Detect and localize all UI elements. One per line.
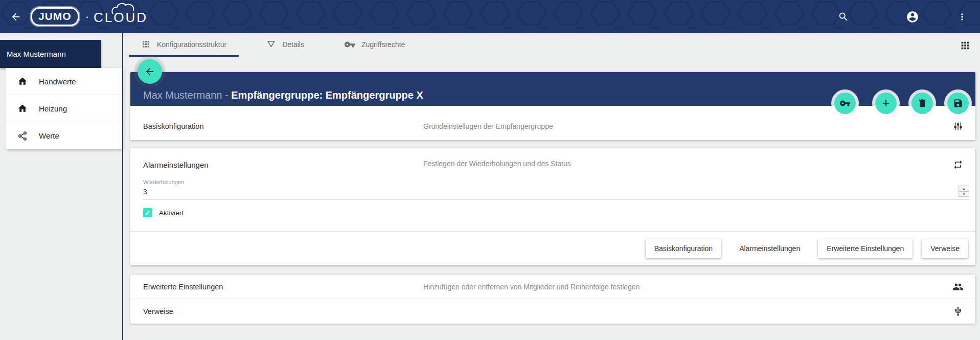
tab-label: Details bbox=[282, 40, 304, 49]
row-title: Erweiterte Einstellungen bbox=[143, 283, 223, 291]
cloud-wordmark: CLOUD bbox=[94, 10, 148, 26]
page-title: Max Mustermann - Empfängergruppe: Empfän… bbox=[143, 89, 423, 101]
row-description: Hinzufügen oder entfernen von Mitglieder… bbox=[423, 283, 640, 291]
section-nav-buttons: Basiskonfiguration Alarmeinstellungen Er… bbox=[130, 231, 975, 265]
funnel-icon bbox=[266, 39, 276, 49]
home-icon bbox=[17, 76, 28, 86]
row-verweise[interactable]: Verweise bbox=[130, 299, 975, 324]
breadcrumb: Max Mustermann - bbox=[143, 89, 231, 101]
row-title: Alarmeinstellungen bbox=[143, 161, 209, 169]
sidebar-tree: Handwerte Heizung Werte bbox=[6, 68, 122, 149]
navbar-back-button[interactable] bbox=[7, 8, 25, 26]
sidebar-divider bbox=[122, 33, 123, 340]
share-icon bbox=[17, 131, 28, 141]
grid-icon bbox=[141, 39, 151, 49]
alarmeinstellungen-button[interactable]: Alarmeinstellungen bbox=[731, 239, 809, 258]
more-sections-card: Erweiterte Einstellungen Hinzufügen oder… bbox=[130, 275, 975, 324]
top-navbar: JUMO · CLOUD bbox=[0, 0, 980, 33]
brand-logo: JUMO · CLOUD bbox=[31, 7, 148, 26]
tab-label: Zugriffsrechte bbox=[361, 40, 405, 49]
key-icon bbox=[344, 39, 355, 50]
brand-separator: · bbox=[85, 10, 89, 24]
aktiviert-checkbox[interactable]: ✓ bbox=[143, 208, 152, 217]
plus-icon: + bbox=[882, 96, 890, 109]
repeat-icon bbox=[952, 158, 964, 171]
navbar-actions bbox=[827, 0, 980, 33]
row-title: Basiskonfiguration bbox=[143, 122, 204, 130]
detail-back-button[interactable] bbox=[138, 59, 162, 84]
tab-zugriffsrechte[interactable]: Zugriffsrechte bbox=[332, 33, 417, 57]
wiederholungen-field: Wiederholungen ▲ ▼ bbox=[143, 179, 969, 199]
tab-konfigurationsstruktur[interactable]: Konfigurationsstruktur bbox=[129, 33, 239, 57]
row-title: Verweise bbox=[143, 307, 173, 315]
spinner-down-icon[interactable]: ▼ bbox=[959, 191, 969, 197]
field-label: Wiederholungen bbox=[143, 179, 969, 185]
app-root: JUMO · CLOUD Max Mustermann bbox=[0, 0, 980, 340]
save-fab[interactable] bbox=[947, 93, 969, 114]
layout-grid-icon[interactable] bbox=[959, 39, 972, 52]
add-fab[interactable]: + bbox=[875, 93, 897, 114]
sidebar-item-label: Handwerte bbox=[39, 77, 76, 86]
floppy-disk-icon bbox=[953, 98, 963, 108]
number-spinner[interactable]: ▲ ▼ bbox=[959, 186, 969, 197]
sidebar-header-max-mustermann[interactable]: Max Mustermann bbox=[0, 40, 101, 68]
row-erweiterte-einstellungen[interactable]: Erweiterte Einstellungen Hinzufügen oder… bbox=[130, 275, 975, 299]
wiederholungen-input[interactable] bbox=[143, 188, 928, 196]
arrow-left-icon bbox=[10, 11, 21, 22]
people-group-icon bbox=[952, 281, 964, 293]
sidebar-item-heizung[interactable]: Heizung bbox=[6, 95, 122, 122]
page-title-strong: Empfängergruppe: Empfängergruppe X bbox=[231, 89, 423, 101]
erweiterte-einstellungen-button[interactable]: Erweiterte Einstellungen bbox=[818, 239, 913, 258]
permissions-fab[interactable] bbox=[834, 93, 856, 114]
key-icon bbox=[839, 98, 851, 109]
row-description: Festlegen der Wiederholungen und des Sta… bbox=[423, 160, 571, 168]
arrow-left-icon bbox=[144, 66, 155, 77]
tune-sliders-icon bbox=[952, 120, 964, 132]
usb-icon bbox=[952, 305, 964, 318]
kebab-menu-icon[interactable] bbox=[953, 8, 971, 26]
verweise-button[interactable]: Verweise bbox=[922, 239, 968, 258]
alarm-settings-card: Alarmeinstellungen Festlegen der Wiederh… bbox=[130, 148, 975, 265]
trash-icon bbox=[917, 98, 927, 108]
tab-details[interactable]: Details bbox=[254, 33, 316, 57]
basiskonfiguration-button[interactable]: Basiskonfiguration bbox=[646, 239, 721, 258]
tab-bar: Konfigurationsstruktur Details Zugriffsr… bbox=[124, 33, 980, 57]
search-icon[interactable] bbox=[835, 8, 852, 26]
row-description: Grundeinstellugen der Empfängergruppe bbox=[423, 122, 553, 130]
row-alarmeinstellungen[interactable]: Alarmeinstellungen Festlegen der Wiederh… bbox=[130, 148, 975, 177]
sidebar-item-handwerte[interactable]: Handwerte bbox=[6, 68, 122, 95]
delete-fab[interactable] bbox=[911, 93, 933, 114]
home-icon bbox=[17, 103, 28, 114]
sidebar-item-label: Werte bbox=[39, 131, 59, 140]
aktiviert-row: ✓ Aktiviert bbox=[143, 208, 975, 217]
tab-label: Konfigurationsstruktur bbox=[157, 40, 226, 49]
spinner-up-icon[interactable]: ▲ bbox=[959, 186, 969, 191]
sidebar-item-werte[interactable]: Werte bbox=[6, 122, 122, 149]
sidebar-item-label: Heizung bbox=[39, 104, 67, 113]
jumo-logo: JUMO bbox=[31, 7, 79, 26]
checkbox-label: Aktiviert bbox=[159, 209, 184, 217]
cloud-icon bbox=[110, 2, 141, 15]
account-icon[interactable] bbox=[904, 8, 921, 26]
